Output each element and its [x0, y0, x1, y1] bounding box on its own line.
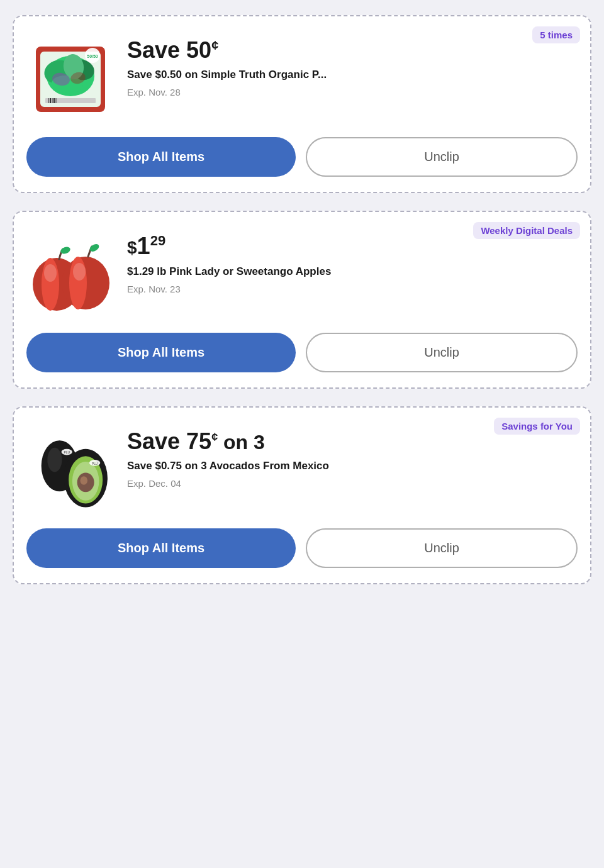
coupon-badge-2: Weekly Digital Deals — [473, 222, 580, 239]
price-cents: 29 — [150, 233, 165, 248]
card-actions-3: Shop All Items Unclip — [26, 528, 578, 568]
product-image-avocado: PLU PLU — [26, 426, 115, 515]
deal-title-1: Save 50¢ — [127, 38, 578, 63]
deal-expiry-3: Exp. Dec. 04 — [127, 478, 578, 489]
deal-title-suffix-3: on 3 — [218, 431, 265, 453]
shop-all-items-button-3[interactable]: Shop All Items — [26, 528, 296, 568]
svg-text:PLU: PLU — [64, 451, 70, 454]
product-image-salad: 50/50 — [26, 35, 115, 123]
card-actions-1: Shop All Items Unclip — [26, 137, 578, 177]
coupon-content-3: PLU PLU Save 75¢ on 3 Save $0.75 on 3 — [26, 426, 578, 515]
deal-title-sup-1: ¢ — [211, 38, 218, 52]
coupon-card-1: 5 times 50/50 — [13, 15, 591, 193]
deal-subtitle-3: Save $0.75 on 3 Avocados From Mexico — [127, 459, 578, 473]
price-whole: 1 — [137, 233, 150, 259]
unclip-button-2[interactable]: Unclip — [306, 333, 578, 372]
svg-point-19 — [44, 264, 57, 282]
coupon-badge-3: Savings for You — [494, 418, 580, 435]
deal-info-1: Save 50¢ Save $0.50 on Simple Truth Orga… — [127, 35, 578, 97]
coupon-badge-1: 5 times — [532, 26, 580, 43]
unclip-button-3[interactable]: Unclip — [306, 528, 578, 568]
deal-subtitle-2: $1.29 lb Pink Lady or Sweetango Apples — [127, 265, 578, 279]
svg-text:50/50: 50/50 — [87, 54, 98, 58]
unclip-button-1[interactable]: Unclip — [306, 137, 578, 177]
coupon-card-3: Savings for You PLU — [13, 406, 591, 584]
svg-point-26 — [47, 448, 62, 472]
deal-expiry-2: Exp. Nov. 23 — [127, 284, 578, 294]
price-dollar: $ — [127, 238, 137, 257]
shop-all-items-button-1[interactable]: Shop All Items — [26, 137, 296, 177]
deal-expiry-1: Exp. Nov. 28 — [127, 87, 578, 97]
shop-all-items-button-2[interactable]: Shop All Items — [26, 333, 296, 372]
card-actions-2: Shop All Items Unclip — [26, 333, 578, 372]
svg-point-33 — [80, 476, 87, 485]
coupon-content-2: $129 $1.29 lb Pink Lady or Sweetango App… — [26, 231, 578, 319]
deal-subtitle-1: Save $0.50 on Simple Truth Organic P... — [127, 68, 578, 82]
svg-point-22 — [73, 263, 86, 281]
coupon-card-2: Weekly Digital Deals — [13, 211, 591, 389]
deal-info-2: $129 $1.29 lb Pink Lady or Sweetango App… — [127, 231, 578, 294]
deal-info-3: Save 75¢ on 3 Save $0.75 on 3 Avocados F… — [127, 426, 578, 489]
coupon-content-1: 50/50 Save 50¢ Save $0.50 on Simple Trut… — [26, 35, 578, 123]
svg-text:PLU: PLU — [92, 462, 98, 465]
product-image-apple — [26, 231, 115, 319]
deal-title-sup-3: ¢ — [211, 431, 218, 443]
svg-rect-11 — [45, 98, 96, 103]
